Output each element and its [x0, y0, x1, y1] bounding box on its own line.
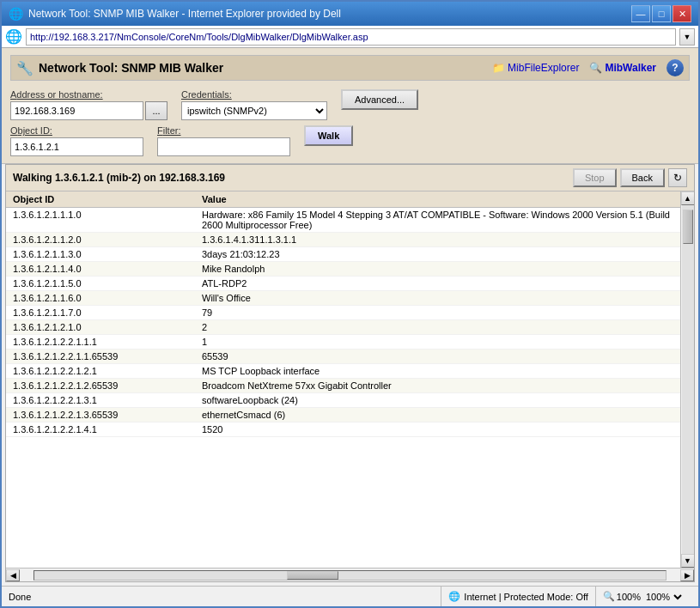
table-row: 1.3.6.1.2.1.1.7.079 — [6, 306, 680, 320]
results-table: Object ID Value 1.3.6.1.2.1.1.1.0Hardwar… — [6, 192, 680, 437]
filter-input[interactable] — [157, 137, 290, 156]
mibfile-icon: 📁 — [492, 62, 505, 74]
refresh-button[interactable]: ↻ — [668, 168, 687, 187]
cell-value: Will's Office — [195, 291, 680, 306]
results-table-scroll[interactable]: Object ID Value 1.3.6.1.2.1.1.1.0Hardwar… — [6, 192, 680, 568]
tool-icon: 🔧 — [16, 60, 33, 76]
table-row: 1.3.6.1.2.1.1.4.0Mike Randolph — [6, 262, 680, 277]
zone-text: Internet | Protected Mode: Off — [464, 592, 588, 602]
tool-title: Network Tool: SNMP MIB Walker — [39, 61, 223, 75]
help-button[interactable]: ? — [667, 59, 684, 76]
table-row: 1.3.6.1.2.1.2.2.1.1.6553965539 — [6, 350, 680, 364]
col-header-objectid: Object ID — [6, 192, 195, 208]
cell-value: 79 — [195, 306, 680, 320]
table-row: 1.3.6.1.2.1.1.3.03days 21:03:12.23 — [6, 247, 680, 262]
cell-oid: 1.3.6.1.2.1.2.2.1.2.65539 — [6, 379, 195, 393]
mibwalker-link[interactable]: 🔍 MibWalker — [589, 62, 656, 74]
ie-icon: 🌐 — [9, 7, 23, 21]
col-header-value: Value — [195, 192, 680, 208]
tool-header-links: 📁 MibFileExplorer 🔍 MibWalker ? — [492, 59, 684, 76]
table-row: 1.3.6.1.2.1.1.6.0Will's Office — [6, 291, 680, 306]
credentials-label: Credentials: — [181, 89, 327, 100]
status-zoom: 🔍 100% 100% — [595, 587, 691, 606]
table-row: 1.3.6.1.2.1.2.2.1.4.11520 — [6, 423, 680, 437]
cell-oid: 1.3.6.1.2.1.2.1.0 — [6, 320, 195, 335]
cell-oid: 1.3.6.1.2.1.2.2.1.3.1 — [6, 393, 195, 408]
browser-icon: 🌐 — [5, 28, 22, 45]
mibfile-explorer-link[interactable]: 📁 MibFileExplorer — [492, 62, 579, 74]
objectid-input[interactable] — [10, 137, 143, 156]
address-hostname-input[interactable] — [10, 101, 143, 120]
cell-oid: 1.3.6.1.2.1.2.2.1.2.1 — [6, 364, 195, 379]
cell-value: 1520 — [195, 423, 680, 437]
objectid-label: Object ID: — [10, 125, 143, 136]
vertical-scrollbar[interactable]: ▲ ▼ — [680, 192, 694, 568]
cell-value: Mike Randolph — [195, 262, 680, 277]
status-bar: Done 🌐 Internet | Protected Mode: Off 🔍 … — [2, 586, 698, 606]
results-header: Walking 1.3.6.1.2.1 (mib-2) on 192.168.3… — [6, 165, 694, 192]
table-row: 1.3.6.1.2.1.2.2.1.3.1softwareLoopback (2… — [6, 393, 680, 408]
status-text: Done — [9, 592, 441, 602]
close-button[interactable]: ✕ — [673, 5, 691, 22]
cell-oid: 1.3.6.1.2.1.2.2.1.4.1 — [6, 423, 195, 437]
cell-value: ethernetCsmacd (6) — [195, 408, 680, 423]
hscroll-thumb[interactable] — [287, 571, 338, 580]
address-bar: 🌐 ▼ — [2, 26, 698, 48]
address-input-row: ... — [10, 101, 167, 120]
title-bar-left: 🌐 Network Tool: SNMP MIB Walker - Intern… — [9, 7, 341, 21]
status-zone: 🌐 Internet | Protected Mode: Off — [441, 587, 595, 606]
cell-value: MS TCP Loopback interface — [195, 364, 680, 379]
stop-button[interactable]: Stop — [573, 168, 617, 187]
zone-icon: 🌐 — [448, 591, 460, 602]
tool-header: 🔧 Network Tool: SNMP MIB Walker 📁 MibFil… — [10, 55, 690, 81]
title-bar-controls: — □ ✕ — [631, 5, 691, 22]
form-area: Address or hostname: ... Credentials: ip… — [10, 89, 690, 156]
browse-button[interactable]: ... — [145, 101, 167, 120]
minimize-button[interactable]: — — [631, 5, 650, 22]
horizontal-scrollbar[interactable]: ◀ ▶ — [6, 568, 694, 581]
cell-oid: 1.3.6.1.2.1.1.2.0 — [6, 233, 195, 247]
scroll-up-button[interactable]: ▲ — [681, 192, 695, 205]
cell-oid: 1.3.6.1.2.1.1.6.0 — [6, 291, 195, 306]
table-row: 1.3.6.1.2.1.1.1.0Hardware: x86 Family 15… — [6, 208, 680, 233]
cell-oid: 1.3.6.1.2.1.2.2.1.1.1 — [6, 335, 195, 350]
cell-value: ATL-RDP2 — [195, 277, 680, 291]
results-table-body: 1.3.6.1.2.1.1.1.0Hardware: x86 Family 15… — [6, 208, 680, 437]
scroll-down-button[interactable]: ▼ — [681, 554, 695, 568]
advanced-button[interactable]: Advanced... — [341, 89, 418, 110]
cell-value: 1 — [195, 335, 680, 350]
cell-value: Broadcom NetXtreme 57xx Gigabit Controll… — [195, 379, 680, 393]
table-row: 1.3.6.1.2.1.1.5.0ATL-RDP2 — [6, 277, 680, 291]
filter-label: Filter: — [157, 125, 290, 136]
maximize-button[interactable]: □ — [652, 5, 671, 22]
credentials-select[interactable]: ipswitch (SNMPv2)default (SNMPv1)public … — [181, 101, 327, 120]
cell-oid: 1.3.6.1.2.1.1.1.0 — [6, 208, 195, 233]
hscroll-left-button[interactable]: ◀ — [6, 569, 20, 581]
form-row-1: Address or hostname: ... Credentials: ip… — [10, 89, 690, 120]
tool-title-section: 🔧 Network Tool: SNMP MIB Walker — [16, 60, 223, 76]
address-input[interactable] — [26, 28, 676, 46]
table-row: 1.3.6.1.2.1.2.2.1.2.1MS TCP Loopback int… — [6, 364, 680, 379]
table-row: 1.3.6.1.2.1.1.2.01.3.6.1.4.1.311.1.3.1.1 — [6, 233, 680, 247]
back-button[interactable]: Back — [620, 168, 665, 187]
address-dropdown-button[interactable]: ▼ — [679, 28, 695, 46]
cell-oid: 1.3.6.1.2.1.2.2.1.1.65539 — [6, 350, 195, 364]
cell-value: 2 — [195, 320, 680, 335]
zoom-level: 100% — [617, 592, 641, 602]
table-row: 1.3.6.1.2.1.2.2.1.2.65539Broadcom NetXtr… — [6, 379, 680, 393]
table-row: 1.3.6.1.2.1.2.2.1.1.11 — [6, 335, 680, 350]
cell-value: Hardware: x86 Family 15 Model 4 Stepping… — [195, 208, 680, 233]
zoom-dropdown[interactable]: 100% — [642, 591, 685, 603]
table-row: 1.3.6.1.2.1.2.1.02 — [6, 320, 680, 335]
cell-oid: 1.3.6.1.2.1.2.2.1.3.65539 — [6, 408, 195, 423]
scroll-thumb[interactable] — [683, 210, 693, 244]
cell-value: 1.3.6.1.4.1.311.1.3.1.1 — [195, 233, 680, 247]
cell-oid: 1.3.6.1.2.1.1.7.0 — [6, 306, 195, 320]
hscroll-track — [33, 570, 667, 581]
walk-button[interactable]: Walk — [304, 125, 353, 146]
credentials-group: Credentials: ipswitch (SNMPv2)default (S… — [181, 89, 327, 120]
form-row-2: Object ID: Filter: Walk — [10, 125, 690, 156]
title-bar: 🌐 Network Tool: SNMP MIB Walker - Intern… — [2, 2, 698, 26]
mibwalker-icon: 🔍 — [589, 62, 602, 74]
hscroll-right-button[interactable]: ▶ — [680, 569, 694, 581]
